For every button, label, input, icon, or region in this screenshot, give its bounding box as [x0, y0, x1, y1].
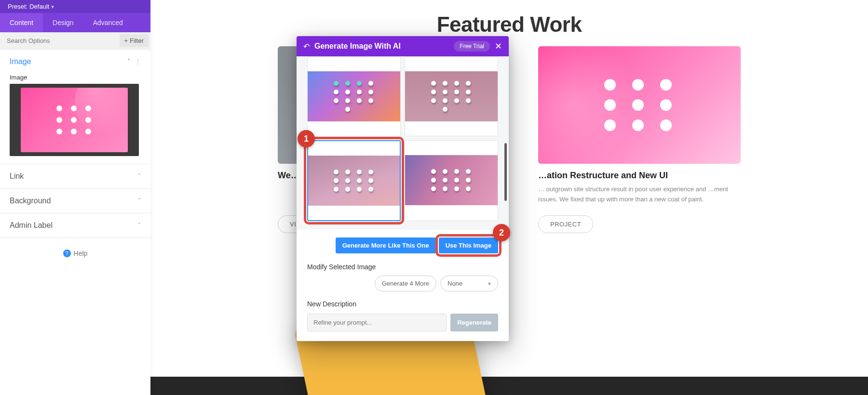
section-link-title: Link: [10, 172, 24, 181]
dots-icon: [56, 105, 92, 134]
ai-result-thumb[interactable]: [307, 56, 401, 136]
section-background-title: Background: [10, 197, 51, 205]
chevron-down-icon: ˅: [138, 222, 141, 229]
back-icon[interactable]: ↶: [303, 42, 310, 51]
ai-image-modal: ↶ Generate Image With AI Free Trial ✕: [297, 36, 509, 341]
free-trial-badge[interactable]: Free Trial: [454, 41, 490, 52]
section-admin-label-title: Admin Label: [10, 221, 53, 230]
help-icon: ?: [63, 250, 71, 257]
section-admin-label-head[interactable]: Admin Label ˅: [0, 213, 150, 237]
project-card: …ation Restructure and New UI … outgrown…: [538, 46, 741, 233]
ai-result-thumb[interactable]: [405, 56, 498, 136]
search-input[interactable]: [0, 32, 118, 49]
tab-advanced[interactable]: Advanced: [83, 13, 133, 32]
annotation-badge-1: 1: [298, 130, 315, 147]
results-scroll[interactable]: [297, 56, 509, 230]
modify-select[interactable]: None ▾: [440, 276, 498, 291]
new-description-label: New Description: [307, 300, 498, 308]
search-row: + Filter: [0, 32, 150, 50]
generate-more-button[interactable]: Generate More Like This One: [336, 237, 436, 253]
view-project-button[interactable]: PROJECT: [538, 215, 593, 233]
modify-label: Modify Selected Image: [307, 263, 498, 271]
more-icon[interactable]: ⋮: [135, 58, 141, 65]
help-link[interactable]: ? Help: [0, 238, 150, 269]
ai-result-thumb[interactable]: [405, 140, 498, 221]
regenerate-button[interactable]: Regenerate: [450, 314, 498, 331]
prompt-input[interactable]: [307, 314, 447, 331]
section-image-head[interactable]: Image ˄ ⋮: [0, 50, 150, 74]
annotation-badge-2: 2: [493, 224, 510, 241]
chevron-down-icon: ▾: [51, 3, 54, 10]
tab-content[interactable]: Content: [0, 13, 43, 32]
page-canvas: Featured Work We… VIEW …ation Restructur…: [150, 0, 868, 395]
card-desc: … outgrown site structure result in poor…: [538, 184, 741, 206]
use-this-image-button[interactable]: Use This Image: [439, 237, 498, 253]
generate-4-more-button[interactable]: Generate 4 More: [375, 276, 436, 291]
chevron-down-icon: ˅: [138, 173, 141, 180]
plus-icon: +: [124, 37, 128, 44]
dots-icon: [604, 79, 675, 131]
section-link-head[interactable]: Link ˅: [0, 164, 150, 188]
filter-label: Filter: [130, 37, 144, 44]
modal-title: Generate Image With AI: [314, 42, 449, 51]
preset-bar[interactable]: Preset: Default ▾: [0, 0, 150, 13]
featured-heading: Featured Work: [150, 0, 868, 41]
ai-result-thumb-selected[interactable]: [307, 140, 401, 221]
section-background-head[interactable]: Background ˅: [0, 189, 150, 213]
settings-sidebar: Preset: Default ▾ Content Design Advance…: [0, 0, 150, 395]
preset-label: Preset:: [8, 3, 27, 10]
select-value: None: [448, 280, 462, 287]
chevron-down-icon: ˅: [138, 198, 141, 204]
modal-header: ↶ Generate Image With AI Free Trial ✕: [297, 36, 509, 56]
section-image-title: Image: [10, 57, 31, 66]
sidebar-tabs: Content Design Advanced: [0, 13, 150, 32]
image-preview[interactable]: [10, 84, 139, 156]
close-icon[interactable]: ✕: [495, 41, 502, 52]
card-image[interactable]: [538, 46, 741, 164]
card-title: …ation Restructure and New UI: [538, 171, 741, 181]
preset-value: Default: [29, 3, 49, 10]
dots-icon: [431, 81, 472, 112]
chevron-down-icon: ▾: [488, 280, 491, 287]
footer-band: [150, 377, 868, 395]
dots-icon: [334, 170, 374, 192]
image-field-label: Image: [10, 74, 141, 81]
dots-icon: [431, 169, 472, 191]
chevron-up-icon: ˄: [127, 58, 130, 65]
help-label: Help: [74, 250, 88, 257]
dots-icon: [334, 81, 374, 112]
tab-design[interactable]: Design: [43, 13, 83, 32]
filter-button[interactable]: + Filter: [120, 34, 149, 47]
